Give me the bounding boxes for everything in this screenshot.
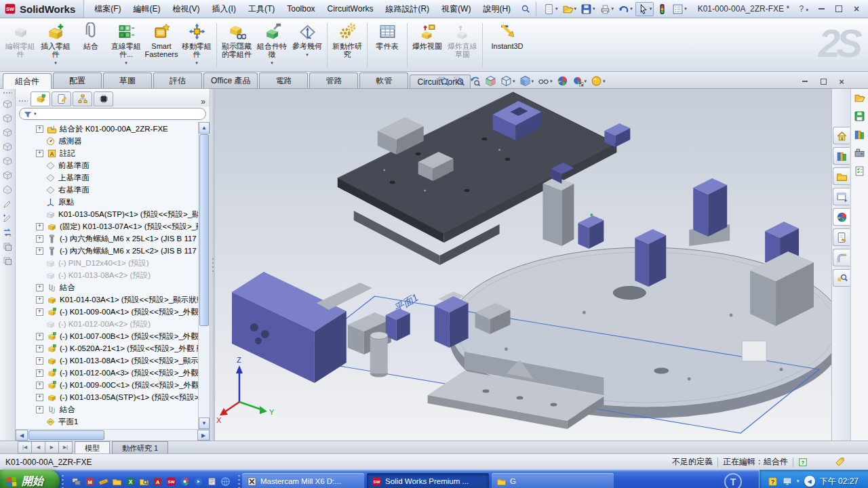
expand-toggle[interactable]: + xyxy=(36,235,43,243)
tree-item[interactable]: + (固定) K01-013-07A<1> (預設<<預設>_顯 xyxy=(16,220,198,232)
scroll-right-button[interactable]: ▶ xyxy=(197,430,210,441)
expand-toggle[interactable]: + xyxy=(36,333,43,340)
reference-geometry-button[interactable]: 參考幾何 ▾ xyxy=(290,20,325,71)
tab-管路[interactable]: 管路 xyxy=(309,73,358,88)
left-view-button[interactable] xyxy=(2,127,13,138)
linear-pattern-button[interactable]: 直線零組件... ▾ xyxy=(108,20,144,71)
task-pane-save-green-button[interactable] xyxy=(854,110,865,122)
menu-item[interactable]: CircuitWorks xyxy=(321,1,380,16)
menu-item[interactable]: 視窗(W) xyxy=(435,1,477,18)
tree-item[interactable]: 原點 xyxy=(16,196,198,208)
tree-item[interactable]: + (-) K01-009-00A<1> (預設<<預設>_外觀 顯示 xyxy=(16,306,198,318)
bom-button[interactable]: 零件表 xyxy=(370,20,405,71)
select-cursor-button[interactable]: ▾ xyxy=(635,2,654,16)
panel-overflow-chevron[interactable]: » xyxy=(201,97,207,106)
view-settings-button[interactable]: ▾ xyxy=(590,75,606,87)
task-pane-tab-design-library[interactable] xyxy=(833,147,850,165)
new-document-button[interactable]: ▾ xyxy=(542,3,559,16)
assembly-features-button[interactable]: 組合件特徵 ▾ xyxy=(254,20,290,71)
quick-launch-folder[interactable] xyxy=(112,476,122,486)
replace-components-button[interactable] xyxy=(2,227,13,238)
sketch-button[interactable] xyxy=(2,199,13,209)
expand-toggle[interactable]: + xyxy=(36,150,43,157)
tab-office-products[interactable]: Office 產品 xyxy=(203,73,258,88)
smart-fasteners-button[interactable]: Smart Fasteners xyxy=(144,20,179,71)
quick-launch-system[interactable] xyxy=(207,476,217,486)
taskbar-button[interactable]: Mastercam Mill X6 D:... xyxy=(242,473,364,488)
tab-配置[interactable]: 配置 xyxy=(53,73,102,88)
task-pane-open-folder-button[interactable] xyxy=(854,92,865,104)
start-button[interactable]: 開始 xyxy=(0,470,60,488)
task-pane-books-button[interactable] xyxy=(854,129,865,140)
tree-item[interactable]: + K01-014-03A<1> (預設<<預設>_顯示狀態 1: xyxy=(16,293,198,306)
scroll-thumb[interactable] xyxy=(28,430,104,440)
quick-launch-excel[interactable]: X xyxy=(125,476,136,486)
tree-item[interactable]: 上基準面 xyxy=(16,171,198,184)
tray-help-icon[interactable]: ? xyxy=(768,476,778,486)
task-pane-tab-routing-library[interactable] xyxy=(833,249,850,266)
panel-grip[interactable] xyxy=(18,100,28,102)
expand-toggle[interactable]: + xyxy=(36,345,43,352)
quick-launch-solidworks[interactable]: SW xyxy=(166,476,176,486)
hide-show-items-button[interactable]: ▾ xyxy=(537,75,553,87)
tree-item[interactable]: 前基準面 xyxy=(16,159,198,171)
move-component-button[interactable]: 移動零組件 ▾ xyxy=(179,20,214,71)
taskbar-button[interactable]: G xyxy=(492,473,614,488)
task-pane-tab-search[interactable] xyxy=(833,269,850,287)
tree-filter-input[interactable]: ▾ xyxy=(19,108,206,120)
menu-item[interactable]: 工具(T) xyxy=(242,1,281,18)
panel-tab-circuitworks[interactable] xyxy=(94,92,113,106)
tree-item[interactable]: + (-) K01-009-00C<1> (預設<<預設>_外觀 顯示 xyxy=(16,379,198,391)
tray-display-icon[interactable] xyxy=(783,476,792,487)
model-tab-motion-study[interactable]: 動作研究 1 xyxy=(112,441,168,453)
expand-toggle[interactable]: + xyxy=(36,394,43,401)
quick-launch-file-search[interactable] xyxy=(139,476,149,486)
task-pane-tab-appearances-scenes[interactable] xyxy=(833,208,850,226)
expand-toggle[interactable]: + xyxy=(36,369,43,377)
quick-launch-chrome[interactable] xyxy=(180,476,190,486)
show-hidden-button[interactable]: 顯示隱藏的零組件 xyxy=(219,20,254,71)
tab-草圖[interactable]: 草圖 xyxy=(103,73,152,88)
expand-toggle[interactable]: + xyxy=(36,296,43,304)
doc-restore-button[interactable] xyxy=(818,77,828,85)
zoom-area-button[interactable] xyxy=(453,75,466,87)
scroll-left-button[interactable]: ◀ xyxy=(16,430,28,441)
tree-item[interactable]: + (-) K01-013-05A(STP)<1> (預設<<預設>_顯示 xyxy=(16,391,198,403)
expand-toggle[interactable]: + xyxy=(36,308,43,316)
quick-launch-media-player[interactable] xyxy=(193,476,203,486)
section-view-button[interactable] xyxy=(484,75,497,87)
vcr-button[interactable]: ▶ xyxy=(45,441,58,453)
menu-item[interactable]: 編輯(E) xyxy=(127,1,167,18)
zoom-fit-button[interactable] xyxy=(437,75,450,87)
tab-組合件[interactable]: 組合件 xyxy=(3,73,52,89)
panel-tab-feature-manager[interactable] xyxy=(31,92,50,106)
close-button[interactable]: × xyxy=(852,5,861,13)
mate-button[interactable]: 結合 xyxy=(73,20,108,71)
tree-item[interactable]: (-) K01-012-00A<2> (預設) xyxy=(16,318,198,330)
back-view-button[interactable] xyxy=(2,113,13,124)
scroll-thumb[interactable] xyxy=(199,134,209,326)
scroll-up-button[interactable]: ▲ xyxy=(199,122,210,134)
assembly-model[interactable]: 平面1 xyxy=(215,89,831,441)
tree-item[interactable]: + A 註記 xyxy=(16,147,198,159)
quick-launch-remote-desktop[interactable] xyxy=(71,476,81,486)
hide-components-button[interactable] xyxy=(2,241,13,252)
top-view-button[interactable] xyxy=(2,156,13,167)
menu-item[interactable]: 檢視(V) xyxy=(167,1,206,18)
vcr-button[interactable]: |◀ xyxy=(18,441,31,453)
tree-item[interactable]: 感測器 xyxy=(16,135,198,147)
taskbar-button[interactable]: SWSolid Works Premium ... xyxy=(367,473,489,488)
edit-appearance-button[interactable] xyxy=(556,75,569,87)
tab-軟管[interactable]: 軟管 xyxy=(359,73,408,88)
minimize-button[interactable] xyxy=(816,5,826,13)
chevron-down-icon[interactable]: ▾ xyxy=(797,479,800,484)
options-list-button[interactable]: ▾ xyxy=(671,3,688,16)
quick-tips-icon[interactable]: ? xyxy=(798,457,808,467)
quick-launch-internet[interactable] xyxy=(220,476,231,486)
tab-評估[interactable]: 評估 xyxy=(153,73,202,88)
3d-sketch-button[interactable] xyxy=(2,213,13,224)
hide-inactive-icons-button[interactable]: ◀ xyxy=(804,476,815,487)
panel-splitter[interactable] xyxy=(210,89,215,441)
previous-view-button[interactable] xyxy=(469,75,481,87)
task-pane-tab-solidworks-resources[interactable] xyxy=(833,127,850,144)
